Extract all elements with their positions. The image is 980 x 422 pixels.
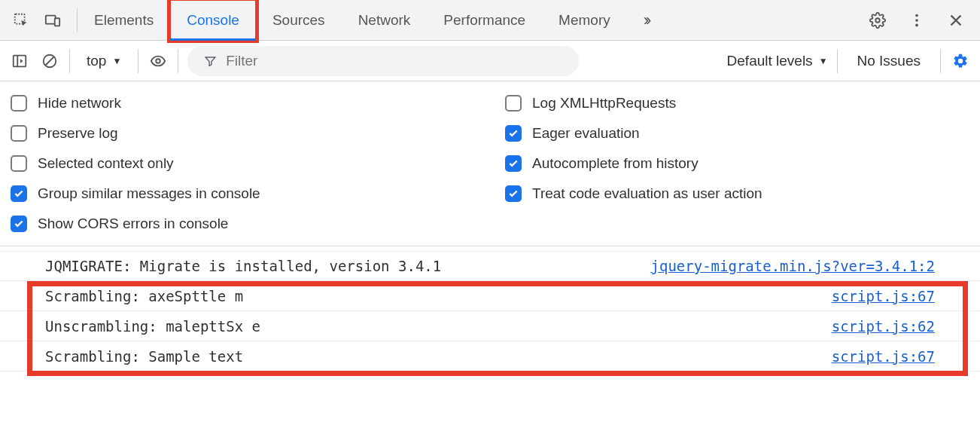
option-show-cors[interactable]: Show CORS errors in console (11, 216, 475, 232)
execution-context-select[interactable]: top ▼ (79, 53, 129, 69)
option-autocomplete[interactable]: Autocomplete from history (505, 155, 969, 172)
vertical-separator (940, 49, 941, 73)
chevrons-right-icon: ›› (644, 11, 649, 30)
more-tabs-button[interactable]: ›› (627, 0, 665, 40)
tab-label: Network (358, 12, 411, 29)
svg-point-5 (915, 19, 918, 22)
checkbox[interactable] (505, 185, 522, 202)
close-icon[interactable] (945, 10, 966, 31)
option-label: Hide network (38, 95, 121, 112)
svg-rect-2 (55, 18, 59, 26)
tab-label: Console (187, 12, 239, 29)
console-settings-panel: Hide network Log XMLHttpRequests Preserv… (0, 81, 980, 246)
tab-performance[interactable]: Performance (427, 0, 542, 40)
topbar-left-icons (6, 10, 77, 31)
svg-point-6 (915, 23, 918, 26)
topbar-right (867, 10, 974, 31)
funnel-icon (204, 54, 217, 68)
log-message: Scrambling: axeSpttle m (45, 288, 243, 304)
checkbox[interactable] (11, 216, 27, 232)
option-label: Preserve log (38, 125, 118, 142)
tab-label: Performance (443, 12, 525, 29)
tab-label: Elements (94, 12, 154, 29)
option-treat-code[interactable]: Treat code evaluation as user action (505, 185, 969, 202)
log-row: Scrambling: axeSpttle m script.js:67 (0, 281, 980, 311)
log-row: Scrambling: Sample text script.js:67 (0, 341, 980, 372)
vertical-separator (69, 49, 70, 73)
console-log-area: JQMIGRATE: Migrate is installed, version… (0, 246, 980, 381)
vertical-separator (178, 49, 178, 73)
log-message: JQMIGRATE: Migrate is installed, version… (45, 258, 441, 274)
filter-field[interactable] (187, 46, 579, 76)
svg-rect-1 (46, 15, 56, 23)
option-label: Selected context only (38, 155, 174, 172)
tab-elements[interactable]: Elements (78, 0, 170, 40)
kebab-menu-icon[interactable] (906, 10, 927, 31)
option-label: Autocomplete from history (532, 155, 698, 172)
log-source-link[interactable]: jquery-migrate.min.js?ver=3.4.1:2 (651, 258, 936, 274)
log-levels-select[interactable]: Default levels ▼ (727, 53, 828, 69)
vertical-separator (837, 49, 838, 73)
checkbox[interactable] (505, 155, 522, 172)
checkbox[interactable] (11, 125, 27, 142)
svg-point-11 (157, 59, 161, 63)
tab-memory[interactable]: Memory (542, 0, 627, 40)
devtools-tabs: Elements Console Sources Network Perform… (78, 0, 665, 40)
checkbox[interactable] (11, 155, 27, 172)
filter-input[interactable] (226, 53, 562, 69)
device-toolbar-icon[interactable] (42, 10, 63, 31)
checkbox[interactable] (11, 185, 27, 202)
option-preserve-log[interactable]: Preserve log (11, 125, 475, 142)
settings-icon[interactable] (867, 10, 888, 31)
inspect-element-icon[interactable] (11, 10, 32, 31)
option-label: Show CORS errors in console (38, 216, 228, 232)
option-label: Treat code evaluation as user action (532, 185, 762, 202)
svg-rect-7 (14, 55, 26, 66)
chevron-down-icon: ▼ (112, 56, 121, 66)
devtools-topbar: Elements Console Sources Network Perform… (0, 0, 980, 41)
option-label: Log XMLHttpRequests (532, 95, 676, 112)
console-toolbar: top ▼ Default levels ▼ No Issues (0, 41, 980, 81)
log-source-link[interactable]: script.js:67 (832, 348, 935, 365)
console-settings-icon[interactable] (950, 50, 971, 72)
context-label: top (87, 53, 106, 69)
checkbox[interactable] (505, 125, 522, 142)
levels-label: Default levels (727, 53, 813, 69)
tab-label: Memory (558, 12, 610, 29)
option-group-similar[interactable]: Group similar messages in console (11, 185, 475, 202)
option-selected-context[interactable]: Selected context only (11, 155, 475, 172)
toggle-sidebar-icon[interactable] (9, 50, 30, 72)
issues-summary[interactable]: No Issues (847, 53, 931, 69)
option-label: Group similar messages in console (38, 185, 260, 202)
option-log-xhr[interactable]: Log XMLHttpRequests (505, 95, 969, 112)
checkbox[interactable] (505, 95, 522, 112)
log-row: Unscrambling: malepttSx e script.js:62 (0, 311, 980, 341)
clear-console-icon[interactable] (39, 50, 60, 72)
option-label: Eager evaluation (532, 125, 640, 142)
log-source-link[interactable]: script.js:62 (832, 318, 935, 335)
svg-point-4 (915, 14, 918, 17)
log-source-link[interactable]: script.js:67 (832, 288, 935, 304)
chevron-down-icon: ▼ (819, 56, 828, 66)
tab-console[interactable]: Console (170, 0, 256, 40)
log-row: JQMIGRATE: Migrate is installed, version… (0, 251, 980, 281)
checkbox[interactable] (11, 95, 27, 112)
tab-sources[interactable]: Sources (256, 0, 342, 40)
issues-label: No Issues (857, 53, 921, 69)
svg-line-10 (46, 57, 54, 65)
log-message: Unscrambling: malepttSx e (45, 318, 260, 335)
live-expression-icon[interactable] (148, 50, 169, 72)
tab-network[interactable]: Network (342, 0, 428, 40)
option-eager-eval[interactable]: Eager evaluation (505, 125, 969, 142)
log-message: Scrambling: Sample text (45, 348, 243, 365)
option-hide-network[interactable]: Hide network (11, 95, 475, 112)
tab-label: Sources (272, 12, 325, 29)
vertical-separator (138, 49, 138, 73)
svg-point-3 (875, 18, 880, 23)
